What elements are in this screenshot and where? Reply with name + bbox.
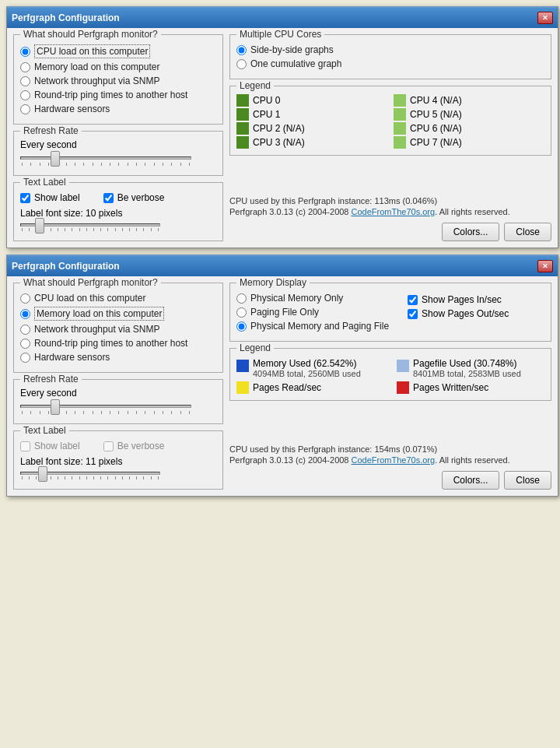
tick: [93, 476, 94, 479]
legend-item-cpu7: CPU 7 (N/A): [394, 136, 544, 149]
cpu-radio-cum[interactable]: [236, 59, 247, 69]
w2-monitor-hw-row: Hardware sensors: [20, 352, 216, 363]
window1-be-verbose-text: Be verbose: [117, 192, 165, 203]
close-window2-btn[interactable]: ✕: [537, 260, 553, 272]
legend-color-pages-written: [397, 381, 409, 394]
window2-font-size-text: Label font size: 11 pixels: [20, 456, 122, 467]
window2-refresh-label: Every second: [20, 388, 216, 399]
window2-show-label-row: Show label: [20, 441, 80, 451]
legend-sublabel-pagefile: 8401MB total, 2583MB used: [413, 369, 521, 378]
w2-monitor-ping-row: Round-trip ping times to another host: [20, 338, 216, 349]
tick: [22, 228, 23, 231]
tick: [93, 228, 94, 231]
window1-legend-grid: CPU 0 CPU 4 (N/A) CPU 1 CPU 5 (N/A): [236, 94, 544, 149]
window2-fontsize-track: [20, 472, 160, 475]
cpu-radio-side[interactable]: [236, 45, 247, 55]
tick: [110, 411, 110, 414]
monitor-radio-cpu[interactable]: [20, 47, 30, 57]
tick: [136, 476, 137, 479]
w2-monitor-radio-net[interactable]: [20, 325, 30, 335]
legend-label-cpu1: CPU 1: [253, 109, 280, 120]
mem-pages-out-check[interactable]: [408, 309, 418, 319]
mem-radio-page[interactable]: [236, 307, 247, 318]
window2-copyright-end: . All rights reserved.: [435, 455, 510, 465]
monitor-radio-hw[interactable]: [20, 104, 30, 114]
window1-colors-btn[interactable]: Colors...: [442, 223, 500, 241]
monitor-label-net: Network throughput via SNMP: [34, 76, 159, 86]
tick: [171, 163, 172, 166]
tick: [79, 476, 80, 479]
window2-close-btn[interactable]: Close: [504, 471, 551, 490]
tick: [101, 163, 102, 166]
w2-monitor-radio-hw[interactable]: [20, 353, 30, 363]
tick: [136, 228, 137, 231]
window2-refresh-content: Every second: [20, 388, 216, 414]
window1-be-verbose-check[interactable]: [103, 193, 114, 203]
mem-pages-in-label: Show Pages In/sec: [422, 294, 502, 305]
tick: [48, 411, 49, 414]
window1-cpu-usage: CPU used by this Perfgraph instance: 113…: [229, 196, 551, 205]
mem-pages-in-check[interactable]: [408, 295, 418, 305]
window2-refresh-thumb[interactable]: [51, 399, 60, 415]
window1-show-label-check[interactable]: [20, 193, 30, 203]
window2-monitor-options: CPU load on this computer Memory load on…: [20, 293, 216, 363]
tick: [180, 163, 181, 166]
window2-copyright: Perfgraph 3.0.13 (c) 2004-2008 CodeFromT…: [229, 455, 551, 465]
monitor-label-cpu: CPU load on this computer: [34, 44, 150, 58]
window2-textlabel-title: Text Label: [20, 425, 69, 436]
window2-legend-content: Memory Used (62.542%) 4094MB total, 2560…: [236, 358, 544, 394]
w2-monitor-radio-ping[interactable]: [20, 339, 30, 349]
window1-refresh-thumb[interactable]: [51, 151, 60, 167]
window1-body: What should Perfgraph monitor? CPU load …: [7, 28, 558, 248]
legend-label-cpu3: CPU 3 (N/A): [253, 137, 305, 148]
monitor-radio-net[interactable]: [20, 76, 30, 86]
tick: [129, 228, 130, 231]
w2-monitor-radio-mem[interactable]: [20, 309, 30, 319]
w2-monitor-radio-cpu[interactable]: [20, 293, 30, 304]
tick: [93, 163, 93, 166]
mem-radio-both[interactable]: [236, 321, 247, 332]
tick: [72, 228, 72, 231]
tick: [100, 476, 101, 479]
tick: [128, 163, 128, 166]
mem-phys-row: Physical Memory Only: [236, 293, 389, 304]
window2-refresh-ticks: [20, 411, 191, 414]
tick: [145, 163, 145, 166]
window1-fontsize-thumb[interactable]: [35, 218, 44, 234]
mem-radio-phys[interactable]: [236, 293, 247, 304]
monitor-radio-ping[interactable]: [20, 90, 30, 100]
window2-memory-checkboxes: Show Pages In/sec Show Pages Out/sec: [408, 294, 509, 335]
mem-page-row: Paging File Only: [236, 307, 389, 318]
mem-label-phys: Physical Memory Only: [250, 293, 343, 304]
close-window1-btn[interactable]: ✕: [537, 12, 553, 24]
tick: [158, 476, 159, 479]
tick: [171, 411, 172, 414]
legend-item-cpu2: CPU 2 (N/A): [236, 122, 387, 135]
w2-monitor-label-net: Network throughput via SNMP: [34, 324, 159, 335]
legend-color-cpu3: [236, 136, 249, 149]
window2-copyright-link[interactable]: CodeFromThe70s.org: [352, 455, 436, 465]
window1-close-btn[interactable]: Close: [504, 223, 551, 241]
cpu-cum-row: One cumulative graph: [236, 58, 544, 69]
tick: [163, 411, 163, 414]
window2-colors-btn[interactable]: Colors...: [442, 471, 500, 490]
tick: [145, 411, 145, 414]
tick: [143, 476, 144, 479]
w2-monitor-cpu-row: CPU load on this computer: [20, 293, 216, 304]
window2-refresh-track: [20, 405, 191, 408]
tick: [122, 228, 123, 231]
tick: [115, 476, 116, 479]
monitor-radio-mem[interactable]: [20, 62, 30, 72]
window2-be-verbose-check[interactable]: [103, 441, 114, 451]
legend-color-cpu2: [236, 122, 249, 135]
tick: [107, 228, 108, 231]
window1-textlabel-group: Text Label Show label Be verbose: [13, 182, 223, 241]
legend-text-pagefile: Pagefile Used (30.748%) 8401MB total, 25…: [413, 358, 521, 378]
window1-copyright-link[interactable]: CodeFromThe70s.org: [352, 207, 436, 216]
monitor-option-hw-row: Hardware sensors: [20, 104, 216, 114]
window2-info-section: CPU used by this Perfgraph instance: 154…: [229, 440, 551, 490]
window2-show-label-check[interactable]: [20, 441, 30, 451]
tick: [58, 476, 58, 479]
window2-fontsize-thumb[interactable]: [38, 466, 47, 482]
window2-memory-content: Physical Memory Only Paging File Only Ph…: [236, 293, 544, 335]
